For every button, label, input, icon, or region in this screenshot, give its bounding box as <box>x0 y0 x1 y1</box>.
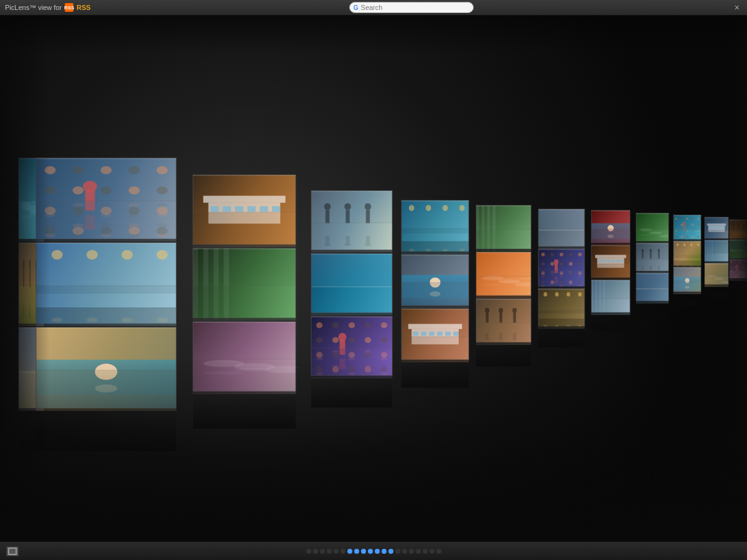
pagination-dot[interactable] <box>306 549 311 554</box>
pagination-dot[interactable] <box>320 549 325 554</box>
pagination-dot[interactable] <box>430 549 435 554</box>
pagination-dot[interactable] <box>354 549 359 554</box>
pagination-dot[interactable] <box>341 549 345 554</box>
fullscreen-button[interactable] <box>6 546 19 556</box>
pagination-dot[interactable] <box>402 549 407 554</box>
rss-label: RSS <box>77 4 91 11</box>
pagination-dot[interactable] <box>313 549 318 554</box>
pagination-dot[interactable] <box>395 549 400 554</box>
pagination-dot[interactable] <box>423 549 428 554</box>
pagination-dot[interactable] <box>347 549 352 554</box>
pagination-dot[interactable] <box>436 549 441 554</box>
pagination-dot[interactable] <box>375 549 380 554</box>
main-view <box>0 16 747 541</box>
bottombar <box>0 541 747 560</box>
search-input[interactable] <box>361 4 454 11</box>
pagination-dot[interactable] <box>382 549 387 554</box>
topbar-left: PicLens™ view for RSS RSS <box>5 3 91 12</box>
pagination-dot[interactable] <box>388 549 393 554</box>
topbar: PicLens™ view for RSS RSS G × <box>0 0 747 16</box>
pagination-dots <box>306 549 441 554</box>
photo-wall <box>0 16 747 541</box>
pagination-dot[interactable] <box>334 549 339 554</box>
pagination-dot[interactable] <box>409 549 414 554</box>
app-title: PicLens™ view for <box>5 4 62 11</box>
search-container: G <box>349 2 474 13</box>
rss-icon: RSS <box>65 3 73 12</box>
pagination-dot[interactable] <box>368 549 373 554</box>
pagination-dot[interactable] <box>361 549 366 554</box>
pagination-dot[interactable] <box>416 549 421 554</box>
svg-rect-1 <box>10 549 15 553</box>
pagination-dot[interactable] <box>327 549 332 554</box>
fullscreen-icon <box>8 548 17 555</box>
google-icon: G <box>354 4 359 11</box>
close-button[interactable]: × <box>732 2 742 12</box>
